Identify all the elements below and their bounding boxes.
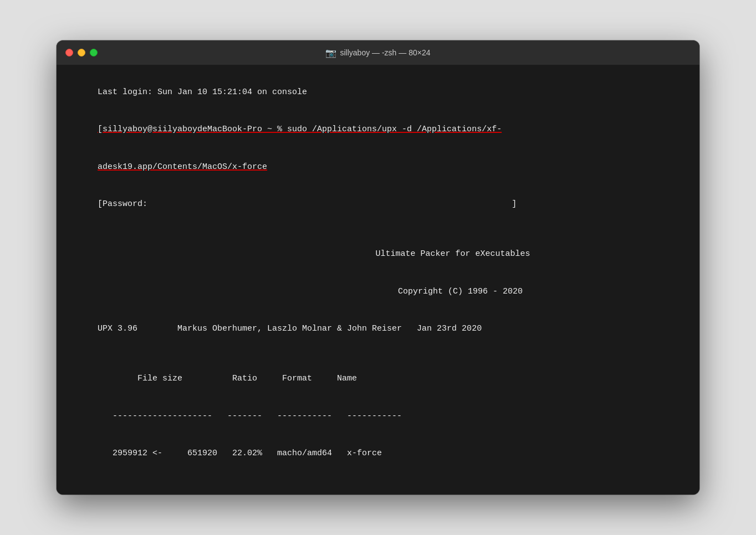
command-line-2: adesk19.app/Contents/MacOS/x-force: [68, 148, 688, 186]
title-bar: 📷 sillyaboy — -zsh — 80×24: [57, 40, 699, 65]
command-text-1: [sillyaboy@siilyaboydeMacBook-Pro ~ % su…: [98, 125, 502, 134]
last-login-line: Last login: Sun Jan 10 15:21:04 on conso…: [68, 74, 688, 111]
upx-header-2: Copyright (C) 1996 - 2020: [68, 273, 688, 311]
maximize-button[interactable]: [90, 49, 98, 56]
window-title: 📷 sillyaboy — -zsh — 80×24: [325, 48, 430, 58]
table-row: 2959912 <- 651920 22.02% macho/amd64 x-f…: [68, 435, 688, 473]
upx-header-3: UPX 3.96 Markus Oberhumer, Laszlo Molnar…: [68, 311, 688, 348]
unpacked-line: Unpacked 1 file.: [68, 485, 688, 495]
terminal-window: 📷 sillyaboy — -zsh — 80×24 Last login: S…: [57, 40, 699, 495]
table-divider: -------------------- ------- -----------…: [68, 398, 688, 435]
password-line: [Password: ]: [68, 186, 688, 224]
upx-header-1: Ultimate Packer for eXecutables: [68, 236, 688, 274]
traffic-lights: [65, 49, 98, 56]
close-button[interactable]: [65, 49, 73, 56]
minimize-button[interactable]: [78, 49, 85, 56]
title-text: sillyaboy — -zsh — 80×24: [340, 48, 430, 57]
terminal-icon: 📷: [325, 48, 336, 58]
command-text-2: adesk19.app/Contents/MacOS/x-force: [98, 162, 267, 172]
terminal-body[interactable]: Last login: Sun Jan 10 15:21:04 on conso…: [57, 65, 699, 495]
command-line-1: [sillyaboy@siilyaboydeMacBook-Pro ~ % su…: [68, 111, 688, 149]
table-header: File size Ratio Format Name: [68, 361, 688, 398]
